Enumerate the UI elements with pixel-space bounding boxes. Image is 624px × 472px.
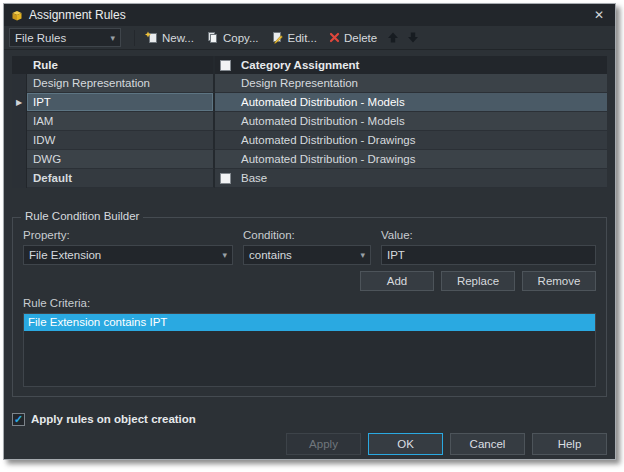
new-button[interactable]: New...	[140, 29, 199, 46]
delete-x-icon	[329, 32, 340, 43]
delete-button[interactable]: Delete	[324, 30, 382, 46]
up-arrow-icon	[387, 31, 399, 44]
category-cell[interactable]: Base	[235, 169, 607, 188]
row-selector-cell[interactable]	[12, 112, 27, 131]
property-value: File Extension	[29, 249, 101, 261]
checkbox-cell[interactable]	[215, 93, 235, 112]
table-body: Design Representation Design Representat…	[12, 74, 607, 188]
edit-button-label: Edit...	[288, 32, 317, 44]
condition-dropdown[interactable]: contains ▾	[243, 245, 371, 265]
assignment-rules-window: Assignment Rules ✕ File Rules ▾ New...	[3, 3, 616, 460]
category-cell[interactable]: Automated Distribution - Models	[235, 93, 607, 112]
table-row[interactable]: Design Representation Design Representat…	[12, 74, 607, 93]
down-arrow-icon	[407, 31, 419, 44]
criteria-buttons: Add Replace Remove	[23, 271, 596, 291]
move-up-button[interactable]	[384, 29, 402, 46]
row-selector-cell[interactable]	[12, 74, 27, 93]
add-button[interactable]: Add	[360, 271, 434, 291]
checkbox-cell[interactable]	[215, 112, 235, 131]
copy-icon	[206, 31, 219, 44]
toolbar: File Rules ▾ New... Copy...	[4, 26, 615, 50]
rule-set-value: File Rules	[15, 32, 66, 44]
row-selector-cell[interactable]	[12, 169, 27, 188]
rule-criteria-label: Rule Criteria:	[23, 297, 596, 309]
help-button[interactable]: Help	[532, 433, 607, 455]
category-cell[interactable]: Design Representation	[235, 74, 607, 93]
header-selector-cell	[12, 56, 27, 74]
rule-cell[interactable]: IDW	[27, 131, 215, 150]
criteria-item[interactable]: File Extension contains IPT	[24, 314, 595, 331]
checkbox-cell[interactable]	[215, 169, 235, 188]
window-title: Assignment Rules	[29, 8, 126, 22]
close-button[interactable]: ✕	[589, 8, 609, 22]
apply-rules-label: Apply rules on object creation	[31, 413, 196, 425]
rule-criteria-list[interactable]: File Extension contains IPT	[23, 313, 596, 387]
value-input[interactable]	[381, 245, 596, 265]
table-header: Rule Category Assignment	[12, 56, 607, 74]
rule-set-dropdown[interactable]: File Rules ▾	[9, 28, 121, 47]
apply-button[interactable]: Apply	[286, 433, 361, 455]
titlebar: Assignment Rules ✕	[4, 4, 615, 26]
row-selector-cell[interactable]	[12, 150, 27, 169]
rule-cell[interactable]: Default	[27, 169, 215, 188]
row-selector-cell[interactable]	[12, 131, 27, 150]
replace-button[interactable]: Replace	[441, 271, 515, 291]
category-cell[interactable]: Automated Distribution - Drawings	[235, 150, 607, 169]
new-document-icon	[145, 31, 158, 44]
move-down-button[interactable]	[404, 29, 422, 46]
property-label: Property:	[23, 229, 233, 241]
table-row[interactable]: DWG Automated Distribution - Drawings	[12, 150, 607, 169]
rule-cell[interactable]: IAM	[27, 112, 215, 131]
rule-cell[interactable]: DWG	[27, 150, 215, 169]
condition-fields: Property: File Extension ▾ Condition: co…	[23, 226, 596, 265]
column-header-category[interactable]: Category Assignment	[235, 56, 607, 74]
table-row[interactable]: IDW Automated Distribution - Drawings	[12, 131, 607, 150]
checkbox-cell[interactable]	[215, 74, 235, 93]
footer-buttons: Apply OK Cancel Help	[12, 433, 607, 455]
copy-button-label: Copy...	[223, 32, 259, 44]
select-all-checkbox[interactable]	[220, 60, 231, 71]
copy-button[interactable]: Copy...	[201, 29, 264, 46]
checkbox-cell[interactable]	[215, 150, 235, 169]
category-cell[interactable]: Automated Distribution - Drawings	[235, 131, 607, 150]
column-header-rule[interactable]: Rule	[27, 56, 215, 74]
delete-button-label: Delete	[344, 32, 377, 44]
cancel-button[interactable]: Cancel	[450, 433, 525, 455]
edit-pencil-icon	[271, 31, 284, 44]
chevron-down-icon: ▾	[214, 250, 227, 260]
apply-rules-row: ✓ Apply rules on object creation	[12, 412, 607, 426]
category-cell[interactable]: Automated Distribution - Models	[235, 112, 607, 131]
table-row[interactable]: Default Base	[12, 169, 607, 188]
toolbar-separator	[134, 30, 135, 46]
condition-value: contains	[249, 249, 292, 261]
column-header-checkbox-cell	[215, 56, 235, 74]
table-row[interactable]: IAM Automated Distribution - Models	[12, 112, 607, 131]
ok-button[interactable]: OK	[368, 433, 443, 455]
property-dropdown[interactable]: File Extension ▾	[23, 245, 233, 265]
condition-label: Condition:	[243, 229, 371, 241]
value-label: Value:	[381, 229, 596, 241]
groupbox-title: Rule Condition Builder	[21, 210, 143, 222]
rule-condition-builder: Rule Condition Builder Property: File Ex…	[12, 217, 607, 397]
row-selector-cell[interactable]: ▶	[12, 93, 27, 112]
edit-button[interactable]: Edit...	[266, 29, 322, 46]
rule-cell[interactable]: Design Representation	[27, 74, 215, 93]
chevron-down-icon: ▾	[102, 33, 115, 43]
rule-cell[interactable]: IPT	[27, 93, 215, 112]
row-checkbox[interactable]	[220, 173, 231, 184]
table-row[interactable]: ▶ IPT Automated Distribution - Models	[12, 93, 607, 112]
remove-button[interactable]: Remove	[522, 271, 596, 291]
chevron-down-icon: ▾	[352, 250, 365, 260]
new-button-label: New...	[162, 32, 194, 44]
apply-rules-checkbox[interactable]: ✓	[12, 413, 25, 426]
check-icon: ✓	[14, 414, 23, 425]
checkbox-cell[interactable]	[215, 131, 235, 150]
app-icon	[10, 9, 24, 22]
row-pointer-icon: ▶	[16, 99, 22, 107]
rules-table: Rule Category Assignment Design Represen…	[12, 56, 607, 188]
